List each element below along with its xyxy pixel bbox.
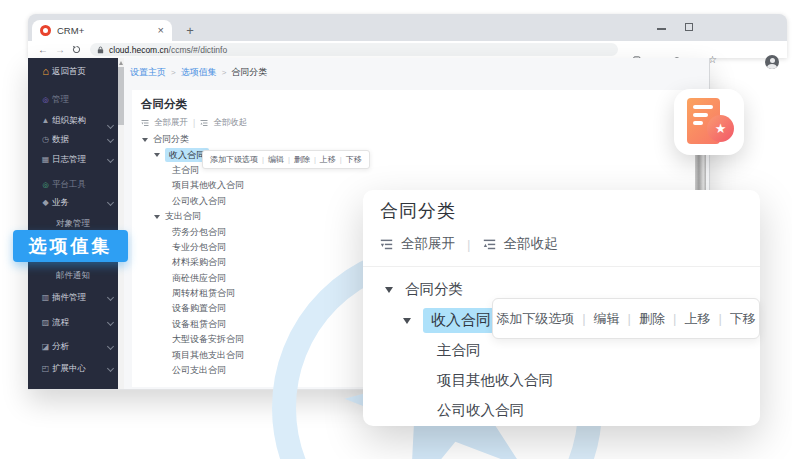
sidebar-item-object-mgmt[interactable]: 对象管理 — [28, 216, 118, 231]
tab-close-icon[interactable]: × — [158, 25, 164, 36]
profile-avatar[interactable] — [765, 55, 779, 69]
panel-toolbar: 全部展开 | 全部收起 — [380, 235, 558, 253]
clock-icon: ◷ — [39, 136, 52, 144]
sidebar-item-plugins[interactable]: ▥ 插件管理 — [28, 290, 118, 305]
caret-down-icon[interactable] — [142, 138, 148, 142]
document-icon-card — [674, 89, 744, 155]
chevron-down-icon — [107, 199, 114, 206]
breadcrumb-dict-link[interactable]: 选项值集 — [181, 66, 217, 79]
tree-node-selected[interactable]: 收入合同 — [403, 308, 499, 333]
breadcrumb: 设置主页 > 选项值集 > 合同分类 — [130, 66, 267, 79]
collapse-all-icon — [483, 238, 496, 251]
sidebar-item-workflow[interactable]: ▨ 流程 — [28, 315, 118, 330]
caret-down-icon[interactable] — [154, 215, 160, 219]
tree-node[interactable]: 合同分类 — [132, 132, 705, 147]
add-child-option-button[interactable]: 添加下级选项 — [496, 310, 574, 328]
expand-all-icon — [380, 238, 393, 251]
edit-button[interactable]: 编辑 — [268, 154, 284, 165]
sidebar-item-business[interactable]: ◆ 业务 — [28, 195, 118, 210]
scrollbar-up-arrow-icon[interactable] — [119, 61, 123, 65]
toolbar-separator: | — [193, 118, 195, 128]
callout-connector-bar — [695, 152, 706, 192]
chevron-down-icon — [107, 136, 114, 143]
browser-tab[interactable]: CRM+ × — [32, 20, 172, 41]
add-child-option-button[interactable]: 添加下级选项 — [210, 154, 258, 165]
tab-title: CRM+ — [57, 25, 152, 36]
edit-button[interactable]: 编辑 — [594, 310, 620, 328]
briefcase-icon: ◆ — [39, 199, 52, 207]
ring-icon: ◎ — [39, 96, 52, 103]
sidebar-item-mail-notify[interactable]: 邮件通知 — [28, 268, 118, 283]
star-badge-icon — [707, 115, 734, 142]
window-minimize-button[interactable] — [657, 28, 666, 30]
chevron-down-icon — [107, 365, 114, 372]
node-action-bar: 添加下级选项 | 编辑 | 删除 | 上移 | 下移 — [202, 150, 370, 169]
sidebar-scrollbar-thumb[interactable] — [118, 67, 124, 125]
page-title: 合同分类 — [141, 97, 187, 112]
sidebar-item-data[interactable]: ◷ 数据 — [28, 132, 118, 147]
sidebar-item-org[interactable]: ▲ 组织架构 — [28, 113, 118, 128]
reload-button[interactable] — [72, 45, 81, 54]
tree-node[interactable]: 主合同 — [437, 341, 481, 360]
breadcrumb-separator: > — [222, 68, 227, 77]
tab-strip: CRM+ × + — [28, 14, 787, 41]
sidebar-item-analysis[interactable]: ◪ 分析 — [28, 339, 118, 354]
breadcrumb-separator: > — [171, 68, 176, 77]
url-text: cloud.hecom.cn/ccms/#/dictinfo — [109, 45, 227, 55]
chevron-down-icon — [107, 156, 114, 163]
expand-all-icon — [141, 119, 149, 127]
chevron-down-icon — [107, 319, 114, 326]
delete-button[interactable]: 删除 — [294, 154, 310, 165]
magnifier-panel: 合同分类 全部展开 | 全部收起 合同分类 收入合同 添加下级选项 | 编辑 |… — [363, 190, 760, 426]
node-action-bar: 添加下级选项 | 编辑 | 删除 | 上移 | 下移 — [492, 298, 760, 339]
expand-all-button[interactable]: 全部展开 — [401, 235, 455, 253]
plugin-grid-icon: ▥ — [39, 294, 52, 302]
lock-icon — [97, 46, 104, 54]
collapse-all-icon — [200, 119, 208, 127]
collapse-all-button[interactable]: 全部收起 — [213, 117, 247, 129]
delete-button[interactable]: 删除 — [639, 310, 665, 328]
move-down-button[interactable]: 下移 — [730, 310, 756, 328]
chevron-down-icon — [107, 122, 114, 129]
tree-node[interactable]: 合同分类 — [385, 280, 463, 299]
chevron-down-icon — [107, 343, 114, 350]
chart-icon: ◪ — [39, 343, 52, 351]
ring-icon: ◎ — [39, 181, 52, 188]
tree-node[interactable]: 项目其他收入合同 — [437, 371, 553, 390]
sidebar-section-admin[interactable]: ◎ 管理 — [28, 92, 118, 107]
flow-icon: ▨ — [39, 319, 52, 327]
expand-all-button[interactable]: 全部展开 — [154, 117, 188, 129]
caret-down-icon[interactable] — [154, 153, 160, 157]
screenshot-stage: CRM+ × + ← → cloud.hecom.cn/ccms/#/dicti… — [0, 0, 792, 459]
sidebar-item-extension-center[interactable]: ◰ 扩展中心 — [28, 361, 118, 376]
caret-down-icon[interactable] — [403, 318, 411, 324]
sidebar-item-logs[interactable]: ▦ 日志管理 — [28, 152, 118, 167]
move-up-button[interactable]: 上移 — [320, 154, 336, 165]
new-tab-button[interactable]: + — [180, 20, 200, 41]
caret-down-icon[interactable] — [385, 287, 393, 293]
forward-button[interactable]: → — [55, 45, 65, 55]
grid-icon: ▦ — [39, 156, 52, 164]
back-button[interactable]: ← — [38, 45, 48, 55]
window-maximize-button[interactable] — [685, 23, 693, 31]
collapse-all-button[interactable]: 全部收起 — [504, 235, 558, 253]
sidebar-section-platform[interactable]: ◎ 平台工具 — [28, 177, 118, 192]
breadcrumb-home-link[interactable]: 设置主页 — [130, 66, 166, 79]
divider — [363, 266, 760, 267]
toolbar-separator: | — [467, 237, 471, 252]
breadcrumb-current: 合同分类 — [231, 66, 267, 79]
browser-chrome: CRM+ × + ← → cloud.hecom.cn/ccms/#/dicti… — [28, 14, 787, 58]
panel-title: 合同分类 — [380, 199, 456, 223]
extension-icon: ◰ — [39, 365, 52, 373]
org-chart-icon: ▲ — [39, 117, 52, 125]
move-down-button[interactable]: 下移 — [346, 154, 362, 165]
sidebar-item-home[interactable]: ⌂ 返回首页 — [28, 64, 118, 79]
crm-logo-icon — [40, 25, 51, 36]
tree-node[interactable]: 公司收入合同 — [437, 401, 524, 420]
chevron-down-icon — [107, 294, 114, 301]
sidebar-item-option-value-set-callout[interactable]: 选项值集 — [13, 230, 128, 262]
address-bar[interactable]: cloud.hecom.cn/ccms/#/dictinfo — [90, 43, 618, 56]
sidebar: ⌂ 返回首页 ◎ 管理 ▲ 组织架构 ◷ 数据 ▦ 日志管理 — [28, 58, 118, 389]
home-icon: ⌂ — [39, 66, 52, 77]
move-up-button[interactable]: 上移 — [684, 310, 710, 328]
